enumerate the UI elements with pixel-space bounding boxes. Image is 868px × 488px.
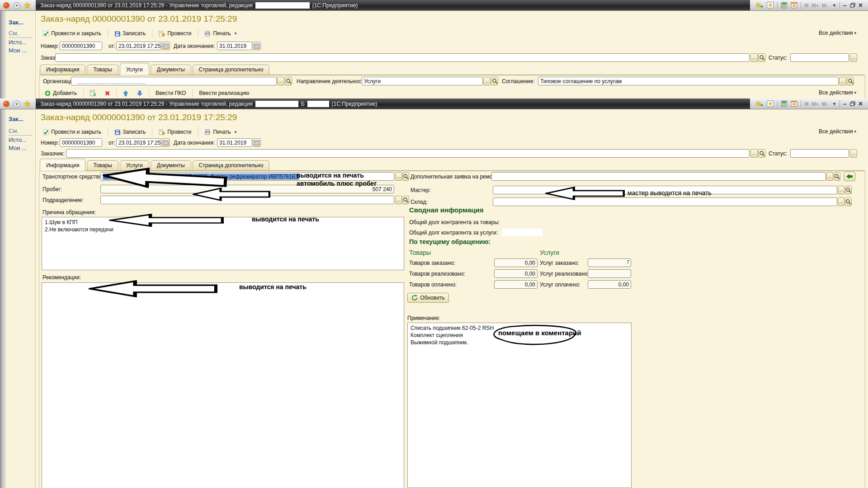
post-button[interactable]: Провести	[156, 128, 194, 136]
customer-field[interactable]	[66, 149, 750, 158]
post-button[interactable]: Провести	[156, 29, 194, 38]
end-date-calendar-button[interactable]	[253, 42, 261, 50]
agreement-select-button[interactable]: ...	[839, 77, 846, 85]
system-menu-icon[interactable]	[13, 100, 20, 108]
system-menu-icon[interactable]	[13, 2, 20, 9]
restore-button[interactable]	[850, 3, 855, 8]
tab-information[interactable]: Информация	[40, 159, 85, 171]
memory-m-button[interactable]: M	[804, 101, 808, 107]
vehicle-search-button[interactable]	[402, 172, 409, 181]
restore-button[interactable]	[850, 101, 855, 106]
minimize-button[interactable]: –	[843, 101, 847, 107]
tab-documents[interactable]: Документы	[151, 65, 191, 75]
end-date-field[interactable]: 31.01.2019	[217, 42, 252, 50]
recommendations-textarea[interactable]	[42, 282, 404, 488]
activity-select-button[interactable]: ...	[483, 77, 491, 85]
organization-select-button[interactable]: ...	[277, 77, 284, 85]
tab-goods[interactable]: Товары	[87, 65, 118, 75]
app-1c-icon[interactable]	[3, 2, 10, 9]
add-favorite-icon[interactable]	[755, 100, 764, 107]
enter-realization-button[interactable]: Ввести реализацию	[196, 89, 252, 97]
tab-additional[interactable]: Страница дополнительно	[193, 160, 270, 170]
memory-mminus-button[interactable]: M-	[822, 101, 828, 107]
separator	[192, 89, 193, 97]
division-search-button[interactable]	[402, 196, 409, 204]
favorites-list-icon[interactable]	[767, 2, 774, 9]
add-row-button[interactable]: Добавить	[42, 89, 80, 97]
number-field[interactable]: 00000001390	[60, 138, 102, 147]
close-button[interactable]: ×	[859, 2, 863, 9]
customer-select-button[interactable]: ...	[750, 53, 758, 62]
organization-search-button[interactable]	[285, 77, 292, 85]
status-field[interactable]	[790, 53, 849, 62]
memory-m-button[interactable]: M	[804, 3, 808, 8]
save-button[interactable]: Записать	[111, 29, 149, 38]
post-and-close-button[interactable]: Провести и закрыть	[40, 128, 104, 136]
activity-search-button[interactable]	[491, 77, 498, 85]
agreement-search-button[interactable]	[847, 77, 854, 85]
warehouse-select-button[interactable]: ...	[838, 197, 844, 206]
move-down-button[interactable]	[134, 89, 146, 97]
calculator-icon[interactable]	[781, 100, 788, 107]
warehouse-search-button[interactable]	[845, 197, 852, 206]
from-date-calendar-button[interactable]	[162, 42, 170, 50]
chevron-down-icon[interactable]: ▼	[832, 102, 836, 106]
customer-field[interactable]	[55, 53, 750, 62]
master-search-button[interactable]	[845, 186, 852, 194]
add-favorite-icon[interactable]	[755, 2, 764, 9]
note-textarea[interactable]: Списать подшипник 62-05-2 RSH Комплект с…	[407, 323, 632, 488]
close-button[interactable]: ×	[859, 101, 863, 107]
memory-mminus-button[interactable]: M-	[822, 3, 828, 8]
end-date-field[interactable]: 31.01.2019	[217, 138, 252, 147]
print-button[interactable]: Печать▾	[201, 29, 240, 38]
delete-row-button[interactable]	[102, 90, 113, 97]
master-select-button[interactable]: ...	[838, 186, 844, 194]
from-date-calendar-button[interactable]	[162, 138, 170, 147]
titlebar-right-icons: 31 M M+ M- ▼ – ×	[750, 0, 868, 10]
all-actions-button[interactable]: Все действия▾	[819, 128, 856, 135]
status-select-button[interactable]: ...	[850, 149, 857, 158]
all-actions-button[interactable]: Все действия▾	[819, 30, 856, 36]
tab-additional[interactable]: Страница дополнительно	[193, 65, 270, 75]
agreement-field[interactable]: Типовое соглашение по услугам	[538, 77, 839, 85]
customer-select-button[interactable]: ...	[750, 149, 758, 158]
extra-request-search-button[interactable]	[834, 172, 840, 181]
enter-pko-button[interactable]: Ввести ПКО	[152, 89, 189, 97]
division-select-button[interactable]: ...	[395, 196, 402, 204]
status-select-button[interactable]: ...	[850, 53, 857, 62]
number-field[interactable]: 00000001390	[60, 42, 102, 50]
warehouse-field[interactable]	[493, 197, 837, 206]
extra-request-select-button[interactable]: ...	[826, 172, 833, 181]
app-1c-icon[interactable]	[3, 100, 10, 108]
all-actions-button[interactable]: Все действия▾	[819, 89, 856, 96]
memory-mplus-button[interactable]: M+	[812, 3, 819, 8]
calendar-icon[interactable]: 31	[791, 2, 797, 9]
refresh-button[interactable]: Обновить	[407, 293, 449, 303]
organization-field[interactable]	[71, 77, 277, 85]
favorites-star-icon[interactable]	[24, 100, 31, 108]
from-date-field[interactable]: 23.01.2019 17:25:29	[116, 138, 161, 147]
customer-search-button[interactable]	[758, 149, 765, 158]
memory-mplus-button[interactable]: M+	[812, 101, 819, 107]
extra-request-field[interactable]	[491, 172, 826, 181]
favorites-list-icon[interactable]	[767, 100, 774, 107]
move-up-button[interactable]	[120, 89, 132, 97]
go-back-arrow-button[interactable]	[844, 172, 855, 181]
calculator-icon[interactable]	[781, 2, 788, 9]
customer-search-button[interactable]	[758, 53, 765, 62]
favorites-star-icon[interactable]	[24, 2, 31, 9]
chevron-down-icon[interactable]: ▼	[832, 3, 836, 8]
copy-row-button[interactable]	[87, 89, 99, 97]
from-date-field[interactable]: 23.01.2019 17:25:29	[116, 42, 161, 50]
post-and-close-button[interactable]: Провести и закрыть	[40, 29, 104, 38]
tab-services[interactable]: Услуги	[120, 63, 149, 75]
status-field[interactable]	[790, 149, 849, 158]
tab-information[interactable]: Информация	[40, 65, 85, 75]
print-button[interactable]: Печать▾	[201, 128, 240, 136]
save-button[interactable]: Записать	[111, 128, 149, 136]
vehicle-select-button[interactable]: ...	[395, 172, 402, 181]
end-date-calendar-button[interactable]	[253, 138, 261, 147]
calendar-icon[interactable]: 31	[791, 100, 797, 107]
activity-field[interactable]: Услуги	[362, 77, 483, 85]
minimize-button[interactable]: –	[843, 2, 847, 9]
